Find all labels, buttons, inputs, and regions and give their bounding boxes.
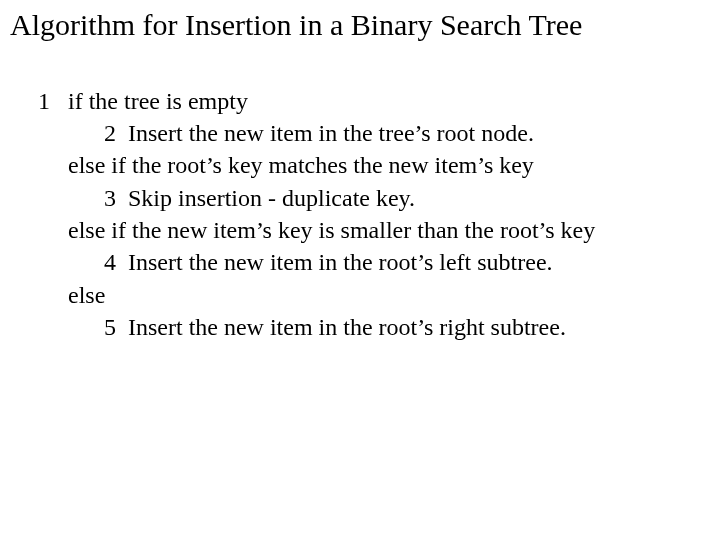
- algo-line: else if the new item’s key is smaller th…: [38, 214, 710, 246]
- slide: Algorithm for Insertion in a Binary Sear…: [0, 0, 720, 540]
- algo-line: 5 Insert the new item in the root’s righ…: [38, 311, 710, 343]
- algo-line: 2 Insert the new item in the tree’s root…: [38, 117, 710, 149]
- algo-line: 4 Insert the new item in the root’s left…: [38, 246, 710, 278]
- algorithm-body: 1 if the tree is empty 2 Insert the new …: [10, 85, 710, 344]
- algo-line: 3 Skip insertion - duplicate key.: [38, 182, 710, 214]
- slide-title: Algorithm for Insertion in a Binary Sear…: [10, 8, 710, 43]
- algo-line: 1 if the tree is empty: [38, 85, 710, 117]
- algo-line: else if the root’s key matches the new i…: [38, 149, 710, 181]
- algo-line: else: [38, 279, 710, 311]
